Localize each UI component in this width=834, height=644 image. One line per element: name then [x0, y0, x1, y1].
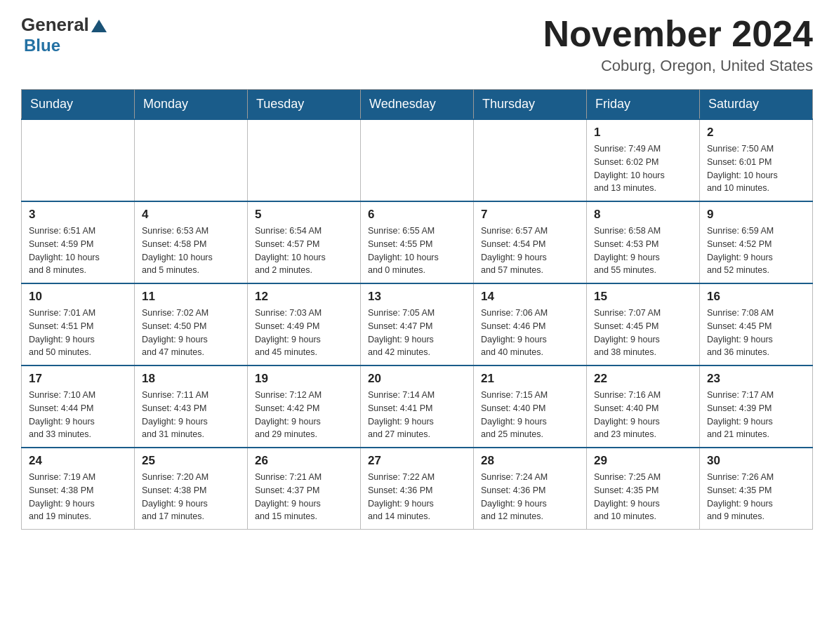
day-sun-info: Sunrise: 6:58 AMSunset: 4:53 PMDaylight:… [594, 224, 692, 277]
calendar-day-cell: 22Sunrise: 7:16 AMSunset: 4:40 PMDayligh… [587, 365, 700, 448]
logo: General Blue [21, 14, 107, 55]
day-sun-info: Sunrise: 7:11 AMSunset: 4:43 PMDaylight:… [142, 389, 240, 441]
calendar-day-cell: 8Sunrise: 6:58 AMSunset: 4:53 PMDaylight… [587, 201, 700, 283]
calendar-day-cell: 1Sunrise: 7:49 AMSunset: 6:02 PMDaylight… [587, 119, 700, 201]
location-subtitle: Coburg, Oregon, United States [543, 57, 813, 75]
day-sun-info: Sunrise: 7:49 AMSunset: 6:02 PMDaylight:… [594, 142, 692, 195]
day-number: 8 [594, 208, 692, 222]
day-sun-info: Sunrise: 6:55 AMSunset: 4:55 PMDaylight:… [368, 224, 466, 277]
day-number: 2 [707, 126, 805, 140]
day-sun-info: Sunrise: 6:51 AMSunset: 4:59 PMDaylight:… [29, 224, 127, 277]
day-number: 23 [707, 372, 805, 386]
calendar-day-cell: 4Sunrise: 6:53 AMSunset: 4:58 PMDaylight… [135, 201, 248, 283]
day-sun-info: Sunrise: 7:19 AMSunset: 4:38 PMDaylight:… [29, 471, 127, 523]
calendar-day-cell: 23Sunrise: 7:17 AMSunset: 4:39 PMDayligh… [700, 365, 813, 448]
day-number: 14 [481, 290, 579, 304]
day-sun-info: Sunrise: 7:02 AMSunset: 4:50 PMDaylight:… [142, 307, 240, 359]
calendar-day-cell: 19Sunrise: 7:12 AMSunset: 4:42 PMDayligh… [248, 365, 361, 448]
svg-marker-0 [91, 20, 107, 32]
day-sun-info: Sunrise: 7:16 AMSunset: 4:40 PMDaylight:… [594, 389, 692, 441]
day-number: 29 [594, 454, 692, 468]
day-number: 10 [29, 290, 127, 304]
day-number: 19 [255, 372, 353, 386]
calendar-header-sunday: Sunday [22, 90, 135, 120]
calendar-week-row: 17Sunrise: 7:10 AMSunset: 4:44 PMDayligh… [22, 365, 813, 448]
calendar-day-cell [22, 119, 135, 201]
day-sun-info: Sunrise: 7:24 AMSunset: 4:36 PMDaylight:… [481, 471, 579, 523]
calendar-title-area: November 2024 Coburg, Oregon, United Sta… [543, 14, 813, 75]
day-number: 30 [707, 454, 805, 468]
day-number: 20 [368, 372, 466, 386]
calendar-week-row: 1Sunrise: 7:49 AMSunset: 6:02 PMDaylight… [22, 119, 813, 201]
day-number: 21 [481, 372, 579, 386]
calendar-day-cell [361, 119, 474, 201]
page-header: General Blue November 2024 Coburg, Orego… [21, 14, 813, 75]
calendar-day-cell: 16Sunrise: 7:08 AMSunset: 4:45 PMDayligh… [700, 283, 813, 365]
day-number: 11 [142, 290, 240, 304]
day-sun-info: Sunrise: 7:21 AMSunset: 4:37 PMDaylight:… [255, 471, 353, 523]
day-number: 6 [368, 208, 466, 222]
calendar-day-cell: 14Sunrise: 7:06 AMSunset: 4:46 PMDayligh… [474, 283, 587, 365]
day-number: 26 [255, 454, 353, 468]
calendar-day-cell: 13Sunrise: 7:05 AMSunset: 4:47 PMDayligh… [361, 283, 474, 365]
day-number: 1 [594, 126, 692, 140]
day-sun-info: Sunrise: 7:50 AMSunset: 6:01 PMDaylight:… [707, 142, 805, 195]
calendar-day-cell: 29Sunrise: 7:25 AMSunset: 4:35 PMDayligh… [587, 448, 700, 530]
day-sun-info: Sunrise: 6:57 AMSunset: 4:54 PMDaylight:… [481, 224, 579, 277]
day-sun-info: Sunrise: 7:05 AMSunset: 4:47 PMDaylight:… [368, 307, 466, 359]
calendar-day-cell: 27Sunrise: 7:22 AMSunset: 4:36 PMDayligh… [361, 448, 474, 530]
day-sun-info: Sunrise: 7:14 AMSunset: 4:41 PMDaylight:… [368, 389, 466, 441]
calendar-day-cell: 30Sunrise: 7:26 AMSunset: 4:35 PMDayligh… [700, 448, 813, 530]
calendar-table: SundayMondayTuesdayWednesdayThursdayFrid… [21, 89, 813, 530]
day-sun-info: Sunrise: 6:54 AMSunset: 4:57 PMDaylight:… [255, 224, 353, 277]
calendar-day-cell: 6Sunrise: 6:55 AMSunset: 4:55 PMDaylight… [361, 201, 474, 283]
day-sun-info: Sunrise: 7:26 AMSunset: 4:35 PMDaylight:… [707, 471, 805, 523]
day-sun-info: Sunrise: 7:22 AMSunset: 4:36 PMDaylight:… [368, 471, 466, 523]
day-number: 28 [481, 454, 579, 468]
day-sun-info: Sunrise: 6:53 AMSunset: 4:58 PMDaylight:… [142, 224, 240, 277]
day-sun-info: Sunrise: 7:20 AMSunset: 4:38 PMDaylight:… [142, 471, 240, 523]
calendar-header-thursday: Thursday [474, 90, 587, 120]
day-number: 16 [707, 290, 805, 304]
day-sun-info: Sunrise: 7:01 AMSunset: 4:51 PMDaylight:… [29, 307, 127, 359]
day-number: 13 [368, 290, 466, 304]
calendar-header-tuesday: Tuesday [248, 90, 361, 120]
calendar-day-cell: 5Sunrise: 6:54 AMSunset: 4:57 PMDaylight… [248, 201, 361, 283]
calendar-header-row: SundayMondayTuesdayWednesdayThursdayFrid… [22, 90, 813, 120]
day-number: 27 [368, 454, 466, 468]
day-number: 18 [142, 372, 240, 386]
calendar-day-cell [474, 119, 587, 201]
day-sun-info: Sunrise: 7:06 AMSunset: 4:46 PMDaylight:… [481, 307, 579, 359]
day-number: 12 [255, 290, 353, 304]
calendar-day-cell: 9Sunrise: 6:59 AMSunset: 4:52 PMDaylight… [700, 201, 813, 283]
calendar-day-cell: 7Sunrise: 6:57 AMSunset: 4:54 PMDaylight… [474, 201, 587, 283]
day-sun-info: Sunrise: 7:15 AMSunset: 4:40 PMDaylight:… [481, 389, 579, 441]
calendar-day-cell: 21Sunrise: 7:15 AMSunset: 4:40 PMDayligh… [474, 365, 587, 448]
day-number: 5 [255, 208, 353, 222]
logo-triangle-icon [91, 18, 107, 34]
calendar-day-cell: 18Sunrise: 7:11 AMSunset: 4:43 PMDayligh… [135, 365, 248, 448]
day-number: 9 [707, 208, 805, 222]
day-sun-info: Sunrise: 7:03 AMSunset: 4:49 PMDaylight:… [255, 307, 353, 359]
logo-general-text: General [21, 14, 89, 36]
calendar-week-row: 24Sunrise: 7:19 AMSunset: 4:38 PMDayligh… [22, 448, 813, 530]
calendar-day-cell [135, 119, 248, 201]
calendar-day-cell: 24Sunrise: 7:19 AMSunset: 4:38 PMDayligh… [22, 448, 135, 530]
calendar-day-cell: 15Sunrise: 7:07 AMSunset: 4:45 PMDayligh… [587, 283, 700, 365]
day-sun-info: Sunrise: 7:07 AMSunset: 4:45 PMDaylight:… [594, 307, 692, 359]
calendar-day-cell: 28Sunrise: 7:24 AMSunset: 4:36 PMDayligh… [474, 448, 587, 530]
calendar-day-cell: 25Sunrise: 7:20 AMSunset: 4:38 PMDayligh… [135, 448, 248, 530]
calendar-day-cell: 12Sunrise: 7:03 AMSunset: 4:49 PMDayligh… [248, 283, 361, 365]
day-number: 22 [594, 372, 692, 386]
calendar-day-cell: 10Sunrise: 7:01 AMSunset: 4:51 PMDayligh… [22, 283, 135, 365]
calendar-header-wednesday: Wednesday [361, 90, 474, 120]
calendar-week-row: 3Sunrise: 6:51 AMSunset: 4:59 PMDaylight… [22, 201, 813, 283]
day-number: 7 [481, 208, 579, 222]
day-sun-info: Sunrise: 7:10 AMSunset: 4:44 PMDaylight:… [29, 389, 127, 441]
day-number: 25 [142, 454, 240, 468]
day-number: 3 [29, 208, 127, 222]
calendar-day-cell: 2Sunrise: 7:50 AMSunset: 6:01 PMDaylight… [700, 119, 813, 201]
day-number: 15 [594, 290, 692, 304]
calendar-header-saturday: Saturday [700, 90, 813, 120]
day-sun-info: Sunrise: 7:17 AMSunset: 4:39 PMDaylight:… [707, 389, 805, 441]
